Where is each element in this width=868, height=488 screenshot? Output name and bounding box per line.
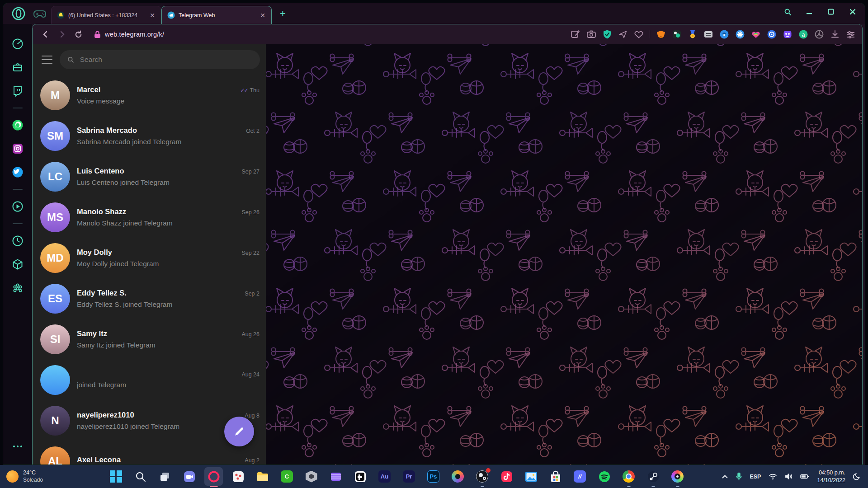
taskbar-camtasia-icon[interactable]: C	[278, 467, 296, 486]
volume-icon[interactable]	[785, 473, 793, 480]
taskbar-webcam-app-icon[interactable]	[668, 467, 687, 486]
tab-close-icon[interactable]: ✕	[148, 12, 156, 19]
new-tab-button[interactable]: +	[280, 9, 286, 19]
gx-sidebar	[3, 24, 32, 465]
tray-chevron-up-icon[interactable]	[722, 474, 728, 479]
favorites-heart-icon[interactable]	[634, 29, 644, 39]
opera-gx-logo-icon[interactable]	[11, 6, 26, 21]
wifi-icon[interactable]	[769, 474, 777, 480]
send-icon[interactable]	[618, 29, 628, 39]
chat-list-item[interactable]: LC Luis Centeno Sep 27 Luis Centeno join…	[37, 156, 266, 197]
focus-assist-moon-icon[interactable]	[853, 473, 861, 480]
chat-list-item[interactable]: M Marcel ✓✓Thu Voice message	[37, 75, 266, 116]
flower-ext-icon[interactable]	[735, 29, 745, 39]
download-icon[interactable]	[830, 29, 840, 39]
taskbar-medal-icon[interactable]: //	[571, 467, 589, 486]
chat-preview: joined Telegram	[77, 381, 259, 389]
snapshot-icon[interactable]	[571, 29, 580, 39]
stealth-ext-icon[interactable]	[672, 29, 682, 39]
language-indicator[interactable]: ESP	[750, 474, 761, 480]
taskbar-task-view-icon[interactable]	[156, 467, 174, 486]
reload-button[interactable]	[71, 28, 85, 41]
weather-widget[interactable]: 24°C Soleado	[0, 469, 104, 483]
twitter-icon[interactable]	[9, 163, 27, 181]
taskbar-steam-icon[interactable]	[644, 467, 662, 486]
gamepad-icon[interactable]	[33, 9, 47, 19]
chat-date: Aug 8	[245, 413, 259, 419]
metamask-icon[interactable]	[656, 29, 666, 39]
taskbar-teams-chat-icon[interactable]	[180, 467, 198, 486]
panel-tune-icon[interactable]	[846, 29, 856, 39]
gx-corner-icon[interactable]	[9, 58, 27, 76]
forward-button[interactable]	[55, 28, 69, 41]
close-window-button[interactable]	[848, 7, 858, 17]
taskbar-photoshop-icon[interactable]: Ps	[424, 467, 443, 486]
taskbar-premiere-pro-icon[interactable]: Pr	[400, 467, 418, 486]
new-message-button[interactable]	[224, 417, 254, 446]
chat-list-item[interactable]: SM Sabrina Mercado Oct 2 Sabrina Mercado…	[37, 116, 266, 156]
taskbar-chrome-icon[interactable]	[619, 467, 638, 486]
taskbar-capcut-icon[interactable]	[351, 467, 369, 486]
taskbar-spotify-icon[interactable]	[595, 467, 613, 486]
weather-condition: Soleado	[23, 477, 43, 483]
keyboard-ext-icon[interactable]	[703, 29, 713, 39]
back-button[interactable]	[39, 28, 52, 41]
taskbar-opera-gx-icon[interactable]	[204, 467, 223, 486]
clock-widget[interactable]: 04:50 p.m. 14/10/2022	[817, 469, 845, 484]
chat-list-item[interactable]: MS Manolo Shazz Sep 26 Manolo Shazz join…	[37, 197, 266, 238]
chat-list-item[interactable]: ES Eddy Tellez S. Sep 2 Eddy Tellez S. j…	[37, 278, 266, 319]
taskbar-tiktok-icon[interactable]	[497, 467, 516, 486]
taskbar-dots-launcher-icon[interactable]	[229, 467, 247, 486]
rainbow-heart-ext-icon[interactable]	[751, 29, 761, 39]
address-bar[interactable]: web.telegram.org/k/	[94, 31, 568, 38]
chat-list-item[interactable]: MD Moy Dolly Sep 22 Moy Dolly joined Tel…	[37, 238, 266, 278]
chat-list-item[interactable]: Aug 24 joined Telegram	[37, 360, 266, 400]
search-bar[interactable]	[60, 50, 260, 69]
microphone-icon[interactable]	[736, 472, 742, 481]
chat-date: Sep 2	[245, 291, 259, 297]
tab-united-states[interactable]: (6) United States : +183324 ✕	[51, 6, 161, 24]
green-a-ext-icon[interactable]: a	[798, 29, 808, 39]
window-search-icon[interactable]	[783, 7, 793, 17]
twitch-icon[interactable]	[9, 82, 27, 100]
chat-list-item[interactable]: SI Samy Itz Aug 26 Samy Itz joined Teleg…	[37, 319, 266, 360]
taskbar-photos-app-icon[interactable]	[522, 467, 540, 486]
blue-disc-ext-icon[interactable]	[719, 29, 729, 39]
taskbar-obs-studio-icon[interactable]	[473, 467, 491, 486]
easy-files-icon[interactable]	[9, 255, 27, 273]
maximize-button[interactable]	[826, 7, 836, 17]
history-icon[interactable]	[9, 232, 27, 250]
camera-icon[interactable]	[586, 29, 596, 39]
taskbar-start-icon[interactable]	[107, 467, 125, 486]
player-icon[interactable]	[9, 197, 27, 216]
taskbar-file-explorer-icon[interactable]	[253, 467, 272, 486]
minimize-button[interactable]	[804, 7, 814, 17]
sun-icon	[6, 470, 19, 483]
tab-close-icon[interactable]: ✕	[259, 12, 267, 19]
shield-check-icon[interactable]	[602, 29, 612, 39]
taskbar-search-icon[interactable]	[131, 467, 150, 486]
taskbar-adobe-audition-icon[interactable]: Au	[375, 467, 394, 486]
taskbar-apps: CAuPrPs//	[107, 467, 687, 486]
taskbar-video-editor-icon[interactable]	[326, 467, 345, 486]
menu-hamburger-icon[interactable]	[42, 56, 52, 64]
purple-monster-ext-icon[interactable]	[783, 29, 793, 39]
instagram-icon[interactable]	[9, 140, 27, 158]
more-icon[interactable]	[9, 437, 27, 455]
chat-date: Aug 2	[245, 457, 259, 464]
taskbar-microsoft-store-icon[interactable]	[546, 467, 565, 486]
chat-area-empty	[266, 44, 862, 465]
whatsapp-icon[interactable]	[9, 116, 27, 134]
battery-icon[interactable]	[800, 474, 809, 479]
avatar: SM	[40, 121, 70, 151]
wheel-ext-icon[interactable]	[814, 29, 824, 39]
taskbar-davinci-resolve-icon[interactable]	[448, 467, 467, 486]
mods-icon[interactable]	[9, 279, 27, 297]
chat-preview: Voice message	[77, 97, 259, 105]
medal-ext-icon[interactable]	[688, 29, 698, 39]
taskbar-hexagon-app-icon[interactable]	[302, 467, 321, 486]
tab-telegram-web[interactable]: Telegram Web ✕	[161, 6, 272, 24]
search-input[interactable]	[80, 56, 253, 64]
speed-dial-icon[interactable]	[9, 35, 27, 53]
blue-ring-ext-icon[interactable]	[767, 29, 777, 39]
